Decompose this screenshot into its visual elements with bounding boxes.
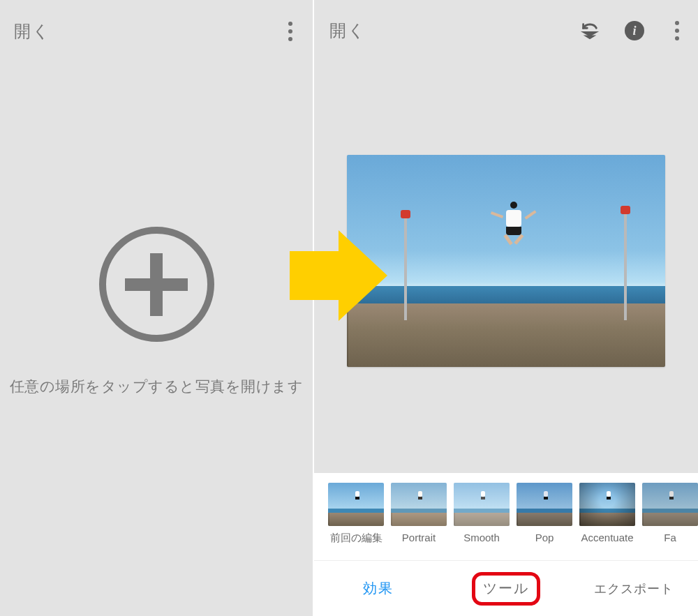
preset-thumbnail [642,483,698,526]
preset-portrait[interactable]: Portrait [391,483,447,557]
preset-thumbnail [328,483,384,526]
image-preview-area[interactable] [314,49,698,473]
open-button[interactable]: 開く [329,20,366,42]
right-toolbar: 開く i [314,0,698,49]
preset-thumbnail [579,483,635,526]
nav-tools-button[interactable]: ツール [442,561,570,616]
preset-fa[interactable]: Fa [642,483,698,557]
preset-label: 前回の編集 [330,532,383,545]
preset-label: Pop [535,532,554,543]
preset-thumbnail [454,483,510,526]
bottom-nav: 効果 ツール エクスポート [314,560,698,616]
nav-effects-button[interactable]: 効果 [314,561,442,616]
preset-filter-strip: 前回の編集PortraitSmoothPopAccentuateFa [314,473,698,560]
preset-label: Fa [664,532,676,543]
preset-last_edit[interactable]: 前回の編集 [328,483,384,557]
add-photo-icon [99,227,214,342]
preset-smooth[interactable]: Smooth [454,483,510,557]
preset-label: Accentuate [581,532,633,543]
preset-accentuate[interactable]: Accentuate [579,483,635,557]
preset-thumbnail [517,483,572,526]
undo-history-icon[interactable] [579,20,600,41]
preset-pop[interactable]: Pop [517,483,572,557]
editor-screen: 開く i [313,0,698,616]
loaded-photo [347,155,665,367]
more-menu-button[interactable] [669,17,685,45]
nav-tools-label: ツール [483,579,529,598]
nav-export-button[interactable]: エクスポート [570,561,698,616]
preset-label: Portrait [402,532,436,543]
tap-hint-text: 任意の場所をタップすると写真を開けます [10,377,304,396]
empty-state-screen: 開く 任意の場所をタップすると写真を開けます [0,0,313,616]
preset-thumbnail [391,483,447,526]
svg-marker-2 [584,36,597,40]
info-icon[interactable]: i [624,20,645,41]
tap-to-open-area[interactable]: 任意の場所をタップすると写真を開けます [0,28,313,595]
preset-label: Smooth [463,532,500,543]
